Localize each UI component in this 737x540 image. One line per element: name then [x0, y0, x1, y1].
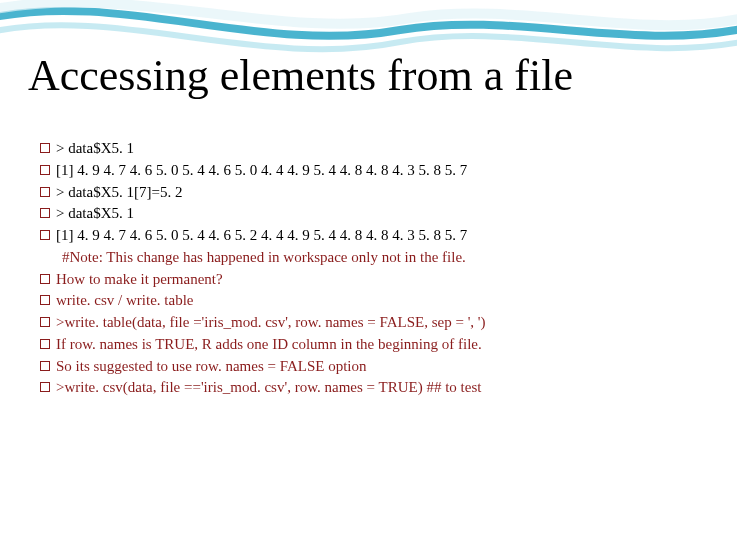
bullet-icon [40, 361, 50, 371]
bullet-icon [40, 230, 50, 240]
output-text: [1] 4. 9 4. 7 4. 6 5. 0 5. 4 4. 6 5. 2 4… [56, 225, 467, 247]
slide-title: Accessing elements from a file [28, 50, 573, 101]
bullet-icon [40, 274, 50, 284]
output-text: [1] 4. 9 4. 7 4. 6 5. 0 5. 4 4. 6 5. 0 4… [56, 160, 467, 182]
bullet-icon [40, 208, 50, 218]
code-line: > data$X5. 1[7]=5. 2 [40, 182, 700, 204]
code-text: > data$X5. 1[7]=5. 2 [56, 182, 182, 204]
body-text: If row. names is TRUE, R adds one ID col… [56, 334, 482, 356]
body-text: >write. table(data, file ='iris_mod. csv… [56, 312, 486, 334]
text-line: How to make it permanent? [40, 269, 700, 291]
body-text: write. csv / write. table [56, 290, 193, 312]
bullet-icon [40, 143, 50, 153]
text-line: >write. table(data, file ='iris_mod. csv… [40, 312, 700, 334]
output-line: [1] 4. 9 4. 7 4. 6 5. 0 5. 4 4. 6 5. 2 4… [40, 225, 700, 247]
text-line: write. csv / write. table [40, 290, 700, 312]
code-text: > data$X5. 1 [56, 203, 134, 225]
bullet-icon [40, 339, 50, 349]
note-text: #Note: This change has happened in works… [62, 247, 700, 269]
output-line: [1] 4. 9 4. 7 4. 6 5. 0 5. 4 4. 6 5. 0 4… [40, 160, 700, 182]
bullet-icon [40, 165, 50, 175]
body-text: So its suggested to use row. names = FAL… [56, 356, 367, 378]
bullet-icon [40, 295, 50, 305]
body-text: How to make it permanent? [56, 269, 223, 291]
code-line: > data$X5. 1 [40, 138, 700, 160]
body-text: >write. csv(data, file =='iris_mod. csv'… [56, 377, 481, 399]
code-line: > data$X5. 1 [40, 203, 700, 225]
bullet-icon [40, 317, 50, 327]
text-line: If row. names is TRUE, R adds one ID col… [40, 334, 700, 356]
bullet-icon [40, 382, 50, 392]
text-line: >write. csv(data, file =='iris_mod. csv'… [40, 377, 700, 399]
text-line: So its suggested to use row. names = FAL… [40, 356, 700, 378]
bullet-icon [40, 187, 50, 197]
slide-body: > data$X5. 1 [1] 4. 9 4. 7 4. 6 5. 0 5. … [40, 138, 700, 399]
code-text: > data$X5. 1 [56, 138, 134, 160]
